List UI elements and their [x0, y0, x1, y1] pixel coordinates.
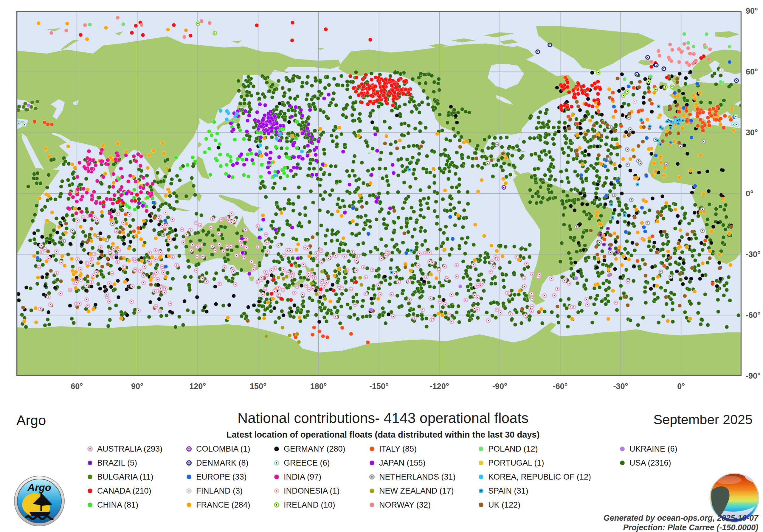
- legend-item-indonesia: INDONESIA (1): [272, 487, 340, 495]
- legend-item-india: INDIA (97): [272, 473, 321, 482]
- legend-item-japan: JAPAN (155): [368, 458, 426, 467]
- lat-tick-label: 30°: [746, 128, 758, 137]
- legend-item-brazil: BRAZIL (5): [86, 458, 137, 467]
- legend-marker-icon: [86, 487, 94, 495]
- legend-item-australia: AUSTRALIA (293): [86, 444, 163, 453]
- lon-tick-label: 90°: [131, 382, 143, 391]
- legend-marker-icon: [477, 487, 485, 495]
- legend-item-germany: GERMANY (280): [272, 444, 345, 453]
- legend-marker-icon: [272, 501, 281, 509]
- legend-item-poland: POLAND (12): [477, 444, 538, 453]
- legend-item-netherlands: NETHERLANDS (31): [368, 473, 456, 482]
- legend-label: UK (122): [488, 500, 520, 510]
- legend-label: FINLAND (3): [196, 487, 243, 496]
- legend-marker-icon: [185, 501, 193, 509]
- legend-item-europe: EUROPE (33): [185, 473, 247, 482]
- legend-item-china: CHINA (81): [86, 500, 138, 509]
- legend-item-bulgaria: BULGARIA (11): [86, 473, 154, 482]
- legend-item-norway: NORWAY (32): [368, 500, 431, 509]
- legend-marker-icon: [272, 487, 281, 495]
- legend-label: SPAIN (31): [488, 487, 528, 496]
- legend-label: BULGARIA (11): [97, 473, 154, 482]
- world-map-canvas: [16, 11, 741, 376]
- legend-marker-icon: [185, 473, 193, 481]
- brand-text: Argo: [16, 412, 46, 428]
- legend-item-new_zealand: NEW ZEALAND (17): [368, 487, 454, 495]
- legend-marker-icon: [368, 473, 376, 481]
- legend-item-denmark: DENMARK (8): [185, 458, 249, 467]
- legend-marker-icon: [477, 473, 485, 481]
- legend-label: GERMANY (280): [284, 444, 345, 454]
- legend-marker-icon: [86, 459, 94, 467]
- legend-label: FRANCE (284): [196, 500, 250, 510]
- footer-generated: Generated by ocean-ops.org, 2025-10-07: [603, 513, 758, 523]
- legend-marker-icon: [185, 459, 193, 467]
- legend-marker-icon: [368, 487, 376, 495]
- lat-tick-label: -90°: [746, 372, 761, 381]
- lon-tick-label: -90°: [492, 382, 507, 391]
- legend-marker-icon: [86, 445, 94, 453]
- legend-label: AUSTRALIA (293): [97, 444, 163, 454]
- legend-label: IRELAND (10): [284, 500, 335, 510]
- legend-item-korea: KOREA, REPUBLIC OF (12): [477, 473, 591, 482]
- lon-tick-label: 60°: [71, 382, 83, 391]
- legend-label: GREECE (6): [284, 458, 330, 468]
- legend-item-portugal: PORTUGAL (1): [477, 458, 544, 467]
- legend-marker-icon: [272, 473, 281, 481]
- lon-tick-label: 150°: [250, 382, 267, 391]
- lon-tick-label: -30°: [613, 382, 628, 391]
- legend-label: ITALY (85): [379, 444, 417, 454]
- world-map: [16, 11, 741, 376]
- legend-marker-icon: [272, 445, 281, 453]
- legend-label: NEW ZEALAND (17): [379, 487, 454, 496]
- legend-item-france: FRANCE (284): [185, 500, 250, 509]
- legend-item-canada: CANADA (210): [86, 487, 152, 495]
- legend-label: NETHERLANDS (31): [379, 473, 456, 482]
- lon-tick-label: -60°: [553, 382, 568, 391]
- legend-label: BRAZIL (5): [97, 458, 137, 468]
- argo-map-page: 90°60°30°0°-30°-60°-90°60°90°120°150°180…: [0, 0, 763, 532]
- lat-tick-label: 0°: [746, 189, 753, 198]
- period-text: September 2025: [653, 412, 753, 427]
- legend-label: USA (2316): [629, 458, 671, 468]
- legend-marker-icon: [86, 501, 94, 509]
- legend-label: POLAND (12): [488, 444, 538, 454]
- legend-item-spain: SPAIN (31): [477, 487, 528, 495]
- legend-item-ireland: IRELAND (10): [272, 500, 335, 509]
- legend-item-ukraine: UKRAINE (6): [618, 444, 678, 453]
- legend-marker-icon: [618, 459, 626, 467]
- lon-tick-label: -150°: [369, 382, 389, 391]
- lat-tick-label: -30°: [746, 250, 761, 259]
- lat-tick-label: 90°: [746, 7, 758, 16]
- legend-marker-icon: [618, 445, 626, 453]
- legend-label: CHINA (81): [97, 500, 138, 510]
- legend-label: EUROPE (33): [196, 473, 247, 482]
- legend-label: INDIA (97): [284, 473, 321, 482]
- legend-item-uk: UK (122): [477, 500, 520, 509]
- page-title: National contributions- 4143 operational…: [238, 410, 529, 426]
- legend-marker-icon: [368, 459, 376, 467]
- lon-tick-label: 180°: [310, 382, 327, 391]
- legend-label: COLOMBIA (1): [196, 444, 250, 454]
- legend-label: UKRAINE (6): [629, 444, 678, 454]
- lat-tick-label: 60°: [746, 67, 758, 77]
- argo-logo: Argo: [14, 476, 65, 527]
- legend-marker-icon: [477, 459, 485, 467]
- legend-item-usa: USA (2316): [618, 458, 671, 467]
- lon-tick-label: 0°: [677, 382, 685, 391]
- page-subtitle: Latest location of operational floats (d…: [227, 430, 540, 440]
- legend-marker-icon: [368, 445, 376, 453]
- legend-label: DENMARK (8): [196, 458, 249, 468]
- lon-tick-label: -120°: [430, 382, 449, 391]
- legend-item-italy: ITALY (85): [368, 444, 417, 453]
- legend-marker-icon: [477, 445, 485, 453]
- legend-marker-icon: [86, 473, 94, 481]
- svg-text:Argo: Argo: [27, 482, 51, 493]
- lon-tick-label: 120°: [189, 382, 206, 391]
- legend-label: CANADA (210): [97, 487, 152, 496]
- legend-label: NORWAY (32): [379, 500, 431, 510]
- lat-tick-label: -60°: [746, 310, 761, 319]
- legend-marker-icon: [272, 459, 281, 467]
- legend-marker-icon: [185, 487, 193, 495]
- legend-label: JAPAN (155): [379, 458, 426, 468]
